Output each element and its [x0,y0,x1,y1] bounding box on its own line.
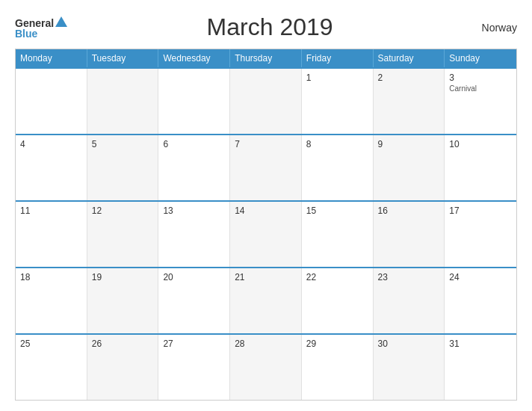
day-cell-5-7: 31 [445,335,516,400]
day-number: 10 [449,139,512,149]
day-cell-4-1: 18 [16,268,87,333]
day-cell-1-7: 3Carnival [445,69,516,134]
day-headers-row: Monday Tuesday Wednesday Thursday Friday… [16,49,516,67]
day-number: 14 [235,206,297,216]
day-number: 24 [449,272,512,282]
day-cell-5-1: 25 [16,335,87,400]
logo-general: General [15,18,54,28]
day-number: 23 [378,272,440,282]
day-cell-5-5: 29 [302,335,374,400]
day-number: 7 [235,139,297,149]
day-cell-3-3: 13 [158,202,230,267]
day-cell-5-2: 26 [87,335,159,400]
day-number: 13 [163,206,225,216]
day-cell-2-2: 5 [87,135,159,200]
header-tuesday: Tuesday [87,49,159,67]
day-cell-1-4 [230,69,302,134]
day-number: 25 [20,339,82,349]
day-cell-4-3: 20 [158,268,230,333]
day-cell-1-5: 1 [302,69,374,134]
day-cell-3-5: 15 [302,202,374,267]
day-number: 15 [306,206,368,216]
day-cell-4-2: 19 [87,268,159,333]
day-number: 5 [92,139,154,149]
logo-triangle-icon [55,16,67,27]
day-cell-5-3: 27 [158,335,230,400]
day-number: 2 [378,72,440,83]
logo: General Blue [15,16,67,39]
day-cell-1-3 [158,69,230,134]
day-number: 9 [378,139,440,149]
day-number: 28 [235,339,297,349]
country-label: Norway [472,22,517,34]
week-row-2: 45678910 [16,134,516,200]
day-number: 30 [378,339,440,349]
header-wednesday: Wednesday [158,49,230,67]
header-sunday: Sunday [445,49,516,67]
day-number: 6 [163,139,225,149]
page-title: March 2019 [67,13,472,41]
day-cell-1-1 [16,69,87,134]
header-saturday: Saturday [374,49,445,67]
day-cell-2-1: 4 [16,135,87,200]
weeks-container: 123Carnival45678910111213141516171819202… [16,67,516,400]
header: General Blue March 2019 Norway [15,13,517,41]
day-cell-2-6: 9 [374,135,445,200]
day-cell-2-3: 6 [158,135,230,200]
event-label: Carnival [449,84,512,93]
header-monday: Monday [16,49,87,67]
day-cell-4-5: 22 [302,268,374,333]
header-friday: Friday [302,49,374,67]
day-cell-3-7: 17 [445,202,516,267]
day-number: 16 [378,206,440,216]
day-cell-5-4: 28 [230,335,302,400]
calendar-page: General Blue March 2019 Norway Monday Tu… [0,0,532,411]
day-number: 11 [20,206,82,216]
calendar: Monday Tuesday Wednesday Thursday Friday… [15,49,517,401]
day-cell-5-6: 30 [374,335,445,400]
week-row-4: 18192021222324 [16,267,516,333]
day-cell-1-2 [87,69,159,134]
week-row-3: 11121314151617 [16,200,516,267]
day-number: 27 [163,339,225,349]
day-number: 20 [163,272,225,282]
day-cell-2-4: 7 [230,135,302,200]
day-cell-3-4: 14 [230,202,302,267]
header-thursday: Thursday [230,49,302,67]
day-cell-3-2: 12 [87,202,159,267]
week-row-1: 123Carnival [16,67,516,134]
day-number: 29 [306,339,368,349]
logo-blue: Blue [15,28,67,39]
day-number: 18 [20,272,82,282]
day-cell-4-4: 21 [230,268,302,333]
day-cell-3-6: 16 [374,202,445,267]
day-number: 3 [449,72,512,83]
day-number: 31 [449,339,512,349]
day-cell-2-5: 8 [302,135,374,200]
day-number: 1 [306,72,368,83]
day-number: 4 [20,139,82,149]
day-cell-1-6: 2 [374,69,445,134]
day-number: 21 [235,272,297,282]
day-number: 26 [92,339,154,349]
day-cell-3-1: 11 [16,202,87,267]
day-cell-4-7: 24 [445,268,516,333]
day-number: 17 [449,206,512,216]
day-number: 8 [306,139,368,149]
week-row-5: 25262728293031 [16,333,516,400]
day-cell-2-7: 10 [445,135,516,200]
day-number: 22 [306,272,368,282]
day-number: 12 [92,206,154,216]
day-cell-4-6: 23 [374,268,445,333]
day-number: 19 [92,272,154,282]
